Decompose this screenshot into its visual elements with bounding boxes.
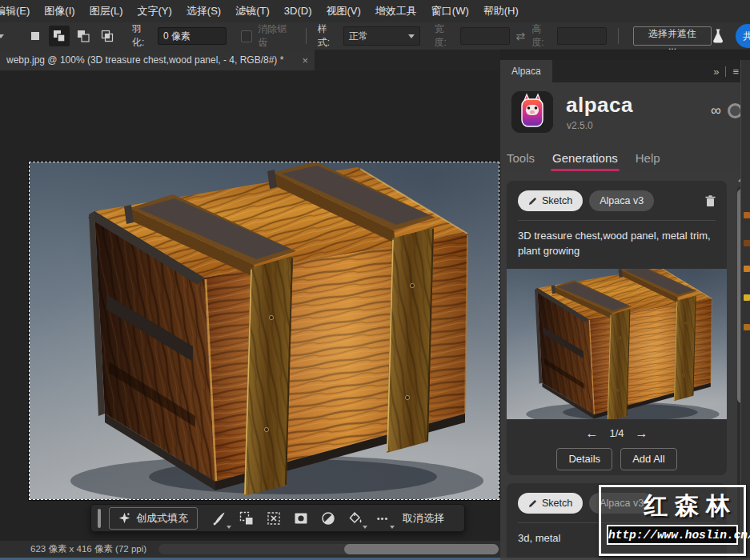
collapse-panel-icon[interactable]: »: [713, 66, 719, 78]
options-divider: [306, 28, 307, 44]
contextual-taskbar: 创成式填充: [90, 504, 465, 532]
style-select[interactable]: 正常: [343, 26, 420, 46]
canvas-horizontal-scrollbar[interactable]: [158, 544, 498, 554]
sketch-label: Sketch: [542, 195, 572, 206]
pencil-icon: [528, 197, 537, 206]
tool-preset-caret-icon[interactable]: [0, 34, 4, 38]
generative-fill-button[interactable]: 创成式填充: [109, 507, 198, 530]
caret-down-icon: [363, 526, 367, 529]
transform-selection-button[interactable]: [260, 507, 287, 530]
new-selection-icon: [28, 29, 42, 43]
style-value: 正常: [349, 30, 368, 43]
photoshop-window: 编辑(E) 图像(I) 图层(L) 文字(Y) 选择(S) 滤镜(T) 3D(D…: [0, 0, 750, 560]
height-input[interactable]: [557, 27, 607, 45]
menu-item-window[interactable]: 窗口(W): [424, 0, 476, 22]
subtract-from-selection-icon: [76, 29, 90, 43]
alpaca-version: v2.5.0: [567, 120, 593, 131]
similar-image-icon: [239, 511, 254, 526]
menu-item-help[interactable]: 帮助(H): [476, 0, 526, 22]
watermark-url: http://www.hoslin.cn/: [608, 529, 750, 542]
width-label: 宽度:: [435, 22, 455, 50]
dock-icon-fragment: [744, 212, 750, 218]
subtract-from-selection-button[interactable]: [73, 26, 94, 46]
strip-divider: [725, 66, 726, 77]
menu-item-type[interactable]: 文字(Y): [130, 0, 179, 22]
tool-options-bar: 羽化: 消除锯齿 样式: 正常 宽度: ⇄ 高度: 选择并遮住 ... 共: [0, 22, 750, 50]
generation-prompt: 3D treasure chest,wood panel, metal trim…: [507, 221, 727, 269]
fill-color-button[interactable]: [342, 507, 369, 530]
infinity-credits-icon: ∞: [711, 102, 721, 119]
swap-dimensions-icon[interactable]: ⇄: [516, 30, 526, 42]
adjustments-button[interactable]: [315, 507, 342, 530]
adjust-brush-button[interactable]: [206, 507, 233, 530]
scrollbar-thumb[interactable]: [344, 544, 499, 554]
menu-item-select[interactable]: 选择(S): [179, 0, 228, 22]
model-pill[interactable]: Alpaca v3: [589, 190, 654, 211]
generative-fill-label: 创成式填充: [136, 511, 188, 526]
generate-similar-button[interactable]: [233, 507, 260, 530]
feather-label: 羽化:: [132, 22, 153, 50]
prev-page-icon[interactable]: ←: [585, 426, 598, 441]
select-and-mask-button[interactable]: 选择并遮住 ...: [633, 26, 712, 46]
intersect-selection-button[interactable]: [97, 26, 118, 46]
tab-tools[interactable]: Tools: [507, 151, 535, 171]
brush-icon: [212, 511, 227, 526]
document-tab[interactable]: webp.jpg @ 100% (3D treasure chest,wood …: [0, 50, 315, 70]
watermark-url-box: http://www.hoslin.cn/: [607, 525, 738, 545]
model-label: Alpaca v3: [600, 195, 644, 206]
dock-icon-fragment: [744, 266, 750, 272]
anti-alias-checkbox[interactable]: [241, 30, 252, 42]
menu-item-3d[interactable]: 3D(D): [277, 0, 319, 22]
menu-item-image[interactable]: 图像(I): [37, 0, 82, 22]
document-dimensions: 623 像素 x 416 像素 (72 ppi): [30, 543, 146, 555]
panel-tab-strip: Alpaca » ≡: [500, 60, 750, 82]
beta-flask-icon[interactable]: [712, 28, 724, 44]
sketch-pill[interactable]: Sketch: [518, 190, 583, 211]
more-options-button[interactable]: •••: [369, 507, 396, 530]
mask-button[interactable]: [287, 507, 315, 530]
generation-thumbnail[interactable]: [507, 269, 727, 419]
generation-card: Sketch Alpaca v3 3D treasure chest,wood …: [507, 181, 727, 475]
menu-item-layer[interactable]: 图层(L): [82, 0, 130, 22]
details-button[interactable]: Details: [556, 448, 612, 470]
height-label: 高度:: [531, 22, 552, 50]
close-document-icon[interactable]: ×: [302, 54, 308, 66]
canvas-area[interactable]: 创成式填充: [0, 70, 500, 541]
tab-help[interactable]: Help: [636, 151, 660, 171]
paint-bucket-icon: [348, 511, 363, 526]
pagination: ← 1/4 →: [507, 419, 727, 448]
options-divider-2: [618, 28, 619, 44]
next-page-icon[interactable]: →: [636, 426, 648, 441]
feather-input[interactable]: [158, 27, 227, 45]
watermark: 红森林 http://www.hoslin.cn/: [599, 485, 746, 556]
caret-down-icon: [390, 526, 395, 529]
menu-item-filter[interactable]: 滤镜(T): [228, 0, 277, 22]
alpaca-app-name: alpaca: [566, 93, 633, 118]
tab-generations[interactable]: Generations: [552, 151, 618, 171]
panel-menu-icon[interactable]: ≡: [732, 66, 739, 78]
add-all-button[interactable]: Add All: [620, 448, 676, 470]
sketch-label: Sketch: [542, 498, 572, 509]
style-caret-icon: [408, 34, 415, 38]
new-selection-button[interactable]: [25, 26, 46, 46]
alpaca-panel-tab[interactable]: Alpaca: [500, 60, 552, 82]
llama-icon: [511, 91, 553, 133]
intersect-selection-icon: [100, 29, 114, 43]
generative-fill-icon: [118, 512, 130, 524]
menu-item-view[interactable]: 视图(V): [319, 0, 367, 22]
deselect-button[interactable]: 取消选择: [403, 511, 444, 526]
add-to-selection-button[interactable]: [49, 26, 70, 46]
menu-item-plugins[interactable]: 增效工具: [368, 0, 424, 22]
dock-icon-fragment: [744, 240, 750, 246]
document-image[interactable]: [29, 162, 499, 500]
adjustment-circle-icon: [321, 511, 335, 526]
pencil-icon: [528, 499, 537, 508]
status-bar: 623 像素 x 416 像素 (72 ppi) › ‹: [0, 541, 500, 558]
sketch-pill[interactable]: Sketch: [518, 493, 583, 514]
menu-bar: 编辑(E) 图像(I) 图层(L) 文字(Y) 选择(S) 滤镜(T) 3D(D…: [0, 0, 750, 22]
delete-generation-icon[interactable]: [705, 195, 716, 207]
menu-item-edit[interactable]: 编辑(E): [0, 0, 37, 22]
width-input[interactable]: [460, 27, 510, 45]
share-button[interactable]: 共: [736, 24, 750, 48]
taskbar-drag-handle[interactable]: [98, 509, 101, 528]
